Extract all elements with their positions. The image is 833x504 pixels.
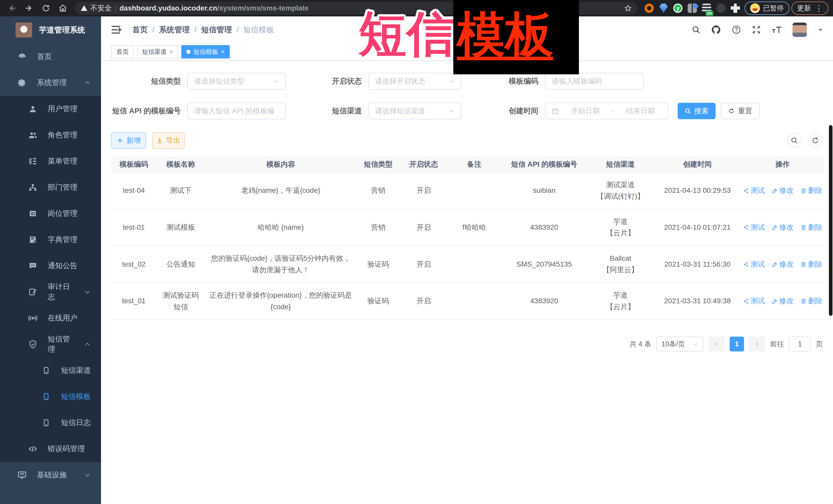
- profile-paused-pill[interactable]: 已暂停: [744, 2, 789, 15]
- sidebar-item-infrastructure[interactable]: 基础设施: [0, 462, 101, 488]
- close-icon[interactable]: ×: [221, 48, 224, 55]
- home-icon[interactable]: [55, 1, 70, 16]
- forward-icon[interactable]: [22, 1, 37, 16]
- extension-list-icon[interactable]: on: [702, 4, 711, 13]
- hamburger-icon[interactable]: [110, 24, 123, 36]
- scrollbar-thumb[interactable]: [829, 125, 832, 316]
- cell-name: 测试验证码短信: [157, 283, 205, 320]
- sidebar-logo[interactable]: 芋道管理系统: [0, 17, 101, 44]
- reset-button-label: 重置: [738, 106, 752, 116]
- cell-status: 开启: [400, 283, 447, 320]
- reload-icon[interactable]: [39, 1, 53, 16]
- sidebar-item-label: 在线用户: [48, 313, 77, 323]
- export-button[interactable]: 导出: [152, 132, 185, 149]
- api-template-id-input[interactable]: [194, 107, 279, 115]
- sidebar-item-online-users[interactable]: 在线用户: [0, 305, 101, 331]
- sidebar-item-notice[interactable]: 通知公告: [0, 253, 101, 279]
- prev-page-button[interactable]: [709, 337, 724, 352]
- share-icon: [743, 298, 749, 304]
- filter-row-2: 短信 API 的模板编号 短信渠道 请选择短信渠道 创建时间 开始日期 - 结束…: [111, 102, 823, 119]
- extensions-row: y on: [642, 4, 742, 13]
- extensions-puzzle-icon[interactable]: [731, 4, 740, 13]
- user-avatar[interactable]: [792, 23, 807, 37]
- sidebar-item-sms[interactable]: 短信管理: [0, 331, 101, 357]
- sidebar-item-sms-template[interactable]: 短信模板: [0, 384, 101, 410]
- sidebar-item-roles[interactable]: 角色管理: [0, 122, 101, 148]
- extension-y-icon[interactable]: y: [673, 4, 683, 13]
- sidebar-item-menus[interactable]: 菜单管理: [0, 148, 101, 174]
- sidebar-item-depts[interactable]: 部门管理: [0, 174, 101, 200]
- sidebar-item-system[interactable]: 系统管理: [0, 70, 101, 96]
- extension-orange-icon[interactable]: [645, 4, 654, 13]
- bookmark-star-icon[interactable]: [624, 4, 632, 12]
- sms-type-select[interactable]: 请选择短信类型: [187, 73, 286, 90]
- sidebar-item-sms-log[interactable]: 短信日志: [0, 410, 101, 436]
- logo-avatar: [16, 22, 32, 38]
- show-search-icon-button[interactable]: [787, 133, 802, 148]
- dict-icon: [28, 235, 38, 244]
- search-icon[interactable]: [691, 25, 701, 34]
- search-button[interactable]: 搜索: [677, 103, 716, 119]
- edit-link[interactable]: 修改: [772, 259, 794, 270]
- tab-sms-channel[interactable]: 短信渠道 ×: [137, 45, 178, 58]
- goto-page-input[interactable]: [789, 337, 811, 352]
- tab-home[interactable]: 首页: [111, 45, 134, 58]
- sidebar-item-posts[interactable]: 岗位管理: [0, 200, 101, 226]
- create-time-range-picker[interactable]: 开始日期 - 结束日期: [545, 102, 668, 119]
- tab-sms-template[interactable]: 短信模板 ×: [181, 45, 230, 58]
- col-header-code: 模板编码: [111, 157, 157, 172]
- delete-link[interactable]: 删除: [801, 259, 823, 270]
- col-header-content: 模板内容: [205, 157, 356, 172]
- test-link[interactable]: 测试: [743, 222, 765, 233]
- back-icon[interactable]: [5, 1, 20, 16]
- sidebar-item-audit-log[interactable]: 审计日志: [0, 279, 101, 305]
- cell-status: 开启: [400, 209, 447, 246]
- test-link[interactable]: 测试: [743, 185, 765, 196]
- edit-icon: [772, 298, 778, 304]
- extension-grid-icon[interactable]: [688, 4, 697, 13]
- cell-content: 正在进行登录操作{operation}，您的验证码是{code}: [205, 283, 356, 320]
- sidebar-item-sms-channel[interactable]: 短信渠道: [0, 357, 101, 384]
- browser-menu-icon[interactable]: ⋮: [815, 4, 823, 13]
- sidebar-item-users[interactable]: 用户管理: [0, 96, 101, 122]
- github-icon[interactable]: [711, 25, 721, 35]
- warning-icon: [80, 5, 88, 12]
- close-icon[interactable]: ×: [170, 48, 173, 55]
- font-size-icon[interactable]: [771, 25, 782, 34]
- page-number-1[interactable]: 1: [730, 337, 744, 352]
- breadcrumb-sms[interactable]: 短信管理: [201, 25, 232, 35]
- edit-link[interactable]: 修改: [772, 222, 794, 233]
- share-icon: [743, 261, 749, 267]
- delete-link[interactable]: 删除: [801, 295, 823, 307]
- sidebar-item-home[interactable]: 首页: [0, 44, 101, 70]
- next-page-button[interactable]: [749, 337, 765, 352]
- breadcrumb-system[interactable]: 系统管理: [159, 25, 190, 35]
- delete-link[interactable]: 删除: [801, 185, 823, 196]
- test-link[interactable]: 测试: [743, 295, 765, 307]
- add-button[interactable]: 新增: [111, 132, 146, 149]
- fullscreen-icon[interactable]: [752, 25, 761, 34]
- browser-toolbar: 不安全 dashboard.yudao.iocoder.cn/system/sm…: [0, 0, 833, 17]
- update-label: 更新: [797, 4, 811, 13]
- address-bar[interactable]: 不安全 dashboard.yudao.iocoder.cn/system/sm…: [75, 2, 637, 15]
- caret-down-icon[interactable]: [817, 26, 824, 33]
- help-icon[interactable]: [732, 25, 741, 34]
- sidebar-item-error-code[interactable]: 错误码管理: [0, 436, 101, 462]
- breadcrumb-home[interactable]: 首页: [132, 25, 148, 35]
- refresh-icon-button[interactable]: [808, 133, 823, 148]
- chevron-up-icon: [84, 341, 91, 347]
- test-link[interactable]: 测试: [743, 259, 765, 270]
- status-select[interactable]: 请选择开启状态: [368, 73, 461, 90]
- extension-misc-icon[interactable]: [716, 4, 725, 13]
- reset-button[interactable]: 重置: [721, 103, 760, 119]
- edit-link[interactable]: 修改: [772, 185, 794, 196]
- delete-link[interactable]: 删除: [801, 222, 823, 233]
- channel-select[interactable]: 请选择短信渠道: [368, 102, 461, 119]
- edit-link[interactable]: 修改: [772, 295, 794, 307]
- chrome-update-pill[interactable]: 更新 ⋮: [791, 2, 828, 15]
- delete-icon: [801, 188, 807, 194]
- extension-pin-icon[interactable]: [659, 4, 668, 13]
- template-code-input[interactable]: [552, 77, 637, 86]
- page-size-select[interactable]: 10条/页: [656, 337, 704, 352]
- sidebar-item-dict[interactable]: 字典管理: [0, 226, 101, 253]
